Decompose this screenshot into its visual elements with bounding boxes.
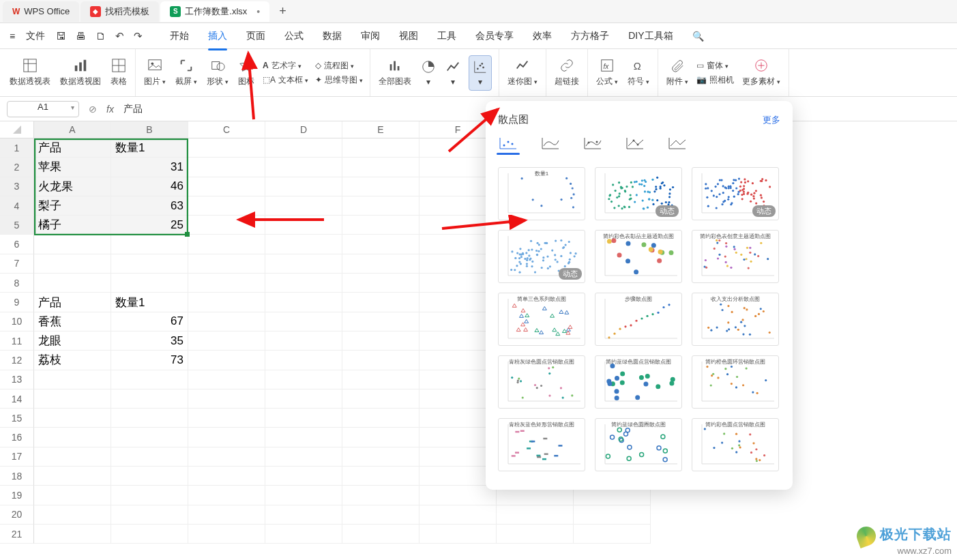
textbox-button[interactable]: ⬚A文本框 bbox=[263, 74, 308, 86]
row-header[interactable]: 1 bbox=[0, 138, 34, 158]
undo-icon[interactable]: ↶ bbox=[115, 30, 124, 42]
save-icon[interactable]: 🖫 bbox=[56, 30, 66, 42]
menu-tool[interactable]: 工具 bbox=[429, 27, 465, 45]
row-header[interactable]: 18 bbox=[0, 467, 34, 486]
menu-insert[interactable]: 插入 bbox=[200, 27, 235, 45]
row-header[interactable]: 6 bbox=[0, 235, 34, 254]
row-header[interactable]: 5 bbox=[0, 216, 34, 235]
cell[interactable] bbox=[265, 216, 342, 235]
cell[interactable] bbox=[342, 428, 419, 447]
cell[interactable] bbox=[188, 235, 265, 254]
cell[interactable] bbox=[188, 312, 265, 331]
hyperlink-button[interactable]: 超链接 bbox=[553, 55, 580, 90]
cell[interactable] bbox=[188, 389, 265, 409]
cell[interactable]: 荔枝 bbox=[34, 351, 111, 370]
cell[interactable] bbox=[111, 409, 188, 428]
cell[interactable] bbox=[342, 177, 419, 196]
row-header[interactable]: 11 bbox=[0, 331, 34, 351]
pivot-chart-button[interactable]: 数据透视图 bbox=[59, 55, 102, 90]
pie-chart-button[interactable]: ▾ bbox=[419, 57, 437, 89]
cell[interactable] bbox=[342, 331, 419, 351]
cell[interactable] bbox=[265, 331, 342, 351]
cell[interactable] bbox=[265, 428, 342, 447]
cell[interactable] bbox=[188, 138, 265, 158]
row-header[interactable]: 13 bbox=[0, 370, 34, 389]
close-icon[interactable]: • bbox=[256, 6, 260, 17]
mindmap-button[interactable]: ✦思维导图 bbox=[315, 74, 363, 86]
chart-thumbnail[interactable]: 动态 bbox=[595, 167, 682, 220]
cell[interactable] bbox=[265, 389, 342, 409]
cell[interactable] bbox=[188, 177, 265, 196]
cell[interactable] bbox=[188, 274, 265, 293]
subtype-scatter-icon[interactable] bbox=[498, 136, 518, 151]
menu-file[interactable]: 文件 bbox=[18, 27, 53, 45]
picture-button[interactable]: 图片 bbox=[143, 55, 167, 90]
chart-thumbnail[interactable]: 青粉灰绿色圆点营销散点图 bbox=[498, 355, 585, 409]
spreadsheet-grid[interactable]: 123456789101112131415161718192021 ABCDEF… bbox=[0, 121, 957, 544]
cell[interactable] bbox=[342, 138, 419, 158]
attachment-button[interactable]: 附件 bbox=[665, 55, 690, 90]
cell[interactable] bbox=[188, 447, 265, 467]
cell[interactable] bbox=[111, 254, 188, 274]
cell[interactable]: 73 bbox=[111, 351, 188, 370]
row-header[interactable]: 4 bbox=[0, 196, 34, 216]
subtype-straight-line-icon[interactable] bbox=[667, 136, 688, 151]
cell[interactable] bbox=[265, 370, 342, 389]
cell[interactable] bbox=[265, 235, 342, 254]
col-header[interactable]: D bbox=[265, 121, 342, 138]
cell[interactable] bbox=[342, 505, 419, 525]
chart-thumbnail[interactable]: 收入支出分析散点图 bbox=[692, 293, 779, 346]
cell[interactable] bbox=[34, 486, 111, 505]
cell[interactable] bbox=[265, 409, 342, 428]
cell[interactable] bbox=[342, 274, 419, 293]
flowchart-button[interactable]: ◇流程图 bbox=[315, 60, 363, 72]
cell[interactable] bbox=[342, 467, 419, 486]
pivot-table-button[interactable]: 数据透视表 bbox=[8, 55, 52, 90]
cell[interactable] bbox=[342, 254, 419, 274]
subtype-smooth-line-icon[interactable] bbox=[540, 136, 561, 151]
shape-button[interactable]: 形状 bbox=[205, 55, 230, 90]
cell[interactable] bbox=[265, 138, 342, 158]
cancel-icon[interactable]: ⊘ bbox=[89, 104, 97, 115]
cell[interactable] bbox=[111, 428, 188, 447]
row-header[interactable]: 9 bbox=[0, 293, 34, 312]
window-button[interactable]: ▭窗体 bbox=[696, 60, 734, 72]
cell[interactable] bbox=[34, 467, 111, 486]
cell[interactable] bbox=[34, 274, 111, 293]
cell[interactable] bbox=[34, 525, 111, 544]
row-header[interactable]: 16 bbox=[0, 428, 34, 447]
chart-thumbnail[interactable]: 简约蓝绿色圆圈散点图 bbox=[595, 418, 682, 471]
cell[interactable] bbox=[188, 505, 265, 525]
app-tab-wps[interactable]: WWPS Office bbox=[3, 1, 79, 22]
cell[interactable] bbox=[188, 196, 265, 216]
fx-icon[interactable]: fx bbox=[106, 104, 114, 115]
cell[interactable] bbox=[574, 525, 651, 544]
cell[interactable] bbox=[265, 447, 342, 467]
cell[interactable] bbox=[111, 505, 188, 525]
wordart-button[interactable]: A艺术字 bbox=[263, 60, 308, 72]
col-header[interactable]: C bbox=[188, 121, 265, 138]
subtype-straight-marker-icon[interactable] bbox=[625, 136, 645, 151]
cell[interactable] bbox=[419, 525, 497, 544]
search-icon[interactable]: 🔍 bbox=[684, 28, 712, 44]
chart-thumbnail[interactable]: 简约彩色圆点营销散点图 bbox=[692, 418, 779, 471]
col-header[interactable]: E bbox=[342, 121, 419, 138]
redo-icon[interactable]: ↷ bbox=[134, 30, 143, 42]
cell[interactable] bbox=[342, 293, 419, 312]
cell[interactable] bbox=[574, 505, 651, 525]
cell[interactable] bbox=[188, 254, 265, 274]
cell[interactable] bbox=[111, 447, 188, 467]
cell[interactable] bbox=[34, 389, 111, 409]
row-header[interactable]: 10 bbox=[0, 312, 34, 331]
cell[interactable] bbox=[111, 389, 188, 409]
cell[interactable]: 橘子 bbox=[34, 216, 111, 235]
menu-efficiency[interactable]: 效率 bbox=[525, 27, 560, 45]
cell[interactable]: 龙眼 bbox=[34, 331, 111, 351]
cell[interactable] bbox=[265, 158, 342, 177]
print-icon[interactable]: 🖶 bbox=[76, 30, 86, 42]
cell[interactable] bbox=[188, 293, 265, 312]
row-header[interactable]: 8 bbox=[0, 274, 34, 293]
menu-diy[interactable]: DIY工具箱 bbox=[620, 27, 681, 45]
row-header[interactable]: 17 bbox=[0, 447, 34, 467]
cell[interactable] bbox=[188, 331, 265, 351]
